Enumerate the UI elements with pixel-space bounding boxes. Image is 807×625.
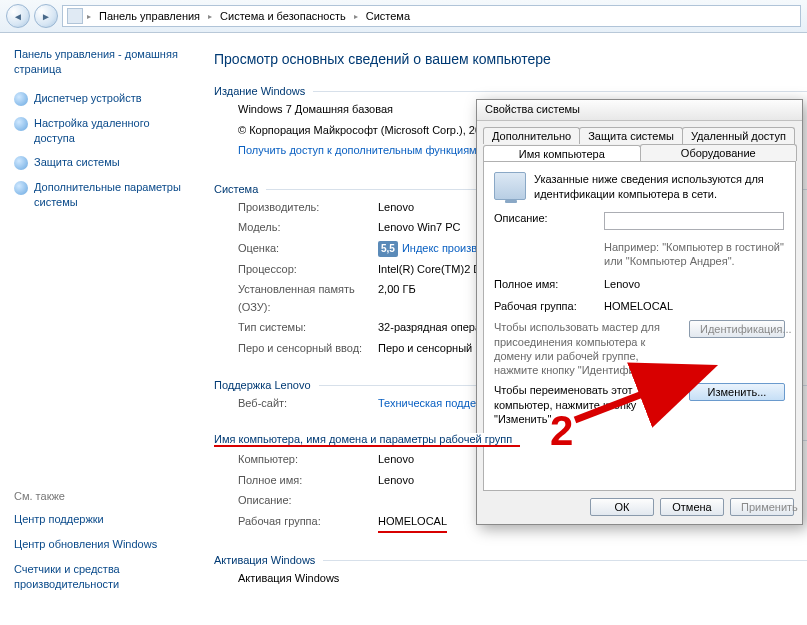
cpu-label: Процессор: xyxy=(238,261,378,279)
section-activation: Активация Windows xyxy=(214,554,787,566)
dialog-workgroup-label: Рабочая группа: xyxy=(494,300,604,312)
see-also-perf-tools[interactable]: Счетчики и средства производительности xyxy=(14,562,190,592)
vendor-label: Производитель: xyxy=(238,199,378,217)
sidebar-item-protection[interactable]: Защита системы xyxy=(14,155,190,170)
windows-edition-name: Windows 7 Домашняя базовая xyxy=(238,101,393,119)
dialog-fullname-value: Lenovo xyxy=(604,278,640,290)
sidebar-item-remote[interactable]: Настройка удаленного доступа xyxy=(14,116,190,146)
computer-icon xyxy=(494,172,526,200)
address-bar: ◄ ► ▸ Панель управления ▸ Система и безо… xyxy=(0,0,807,33)
tab-body-computer-name: Указанные ниже сведения используются для… xyxy=(483,161,796,491)
fullname-label: Полное имя: xyxy=(238,472,378,490)
see-also-heading: См. также xyxy=(14,490,190,502)
dialog-info-text: Указанные ниже сведения используются для… xyxy=(534,172,785,202)
sidebar-home-link[interactable]: Панель управления - домашняя страница xyxy=(14,47,190,77)
shield-icon xyxy=(14,156,28,170)
chevron-right-icon: ▸ xyxy=(208,12,212,21)
tab-protection[interactable]: Защита системы xyxy=(579,127,683,144)
sidebar-item-device-manager[interactable]: Диспетчер устройств xyxy=(14,91,190,106)
computer-label: Компьютер: xyxy=(238,451,378,469)
forward-button[interactable]: ► xyxy=(34,4,58,28)
breadcrumb[interactable]: ▸ Панель управления ▸ Система и безопасн… xyxy=(62,5,801,27)
dialog-title: Свойства системы xyxy=(477,100,802,121)
system-type-label: Тип системы: xyxy=(238,319,378,337)
description-input[interactable] xyxy=(604,212,784,230)
section-windows-edition: Издание Windows xyxy=(214,85,787,97)
vendor-value: Lenovo xyxy=(378,199,414,217)
tab-hardware[interactable]: Оборудование xyxy=(640,144,798,161)
workgroup-label: Рабочая группа: xyxy=(238,513,378,533)
model-value: Lenovo Win7 PC xyxy=(378,219,461,237)
sidebar-item-advanced[interactable]: Дополнительные параметры системы xyxy=(14,180,190,210)
sidebar-item-label: Дополнительные параметры системы xyxy=(34,180,190,210)
description-hint: Например: "Компьютер в гостиной" или "Ко… xyxy=(604,240,784,269)
cancel-button[interactable]: Отмена xyxy=(660,498,724,516)
model-label: Модель: xyxy=(238,219,378,237)
chevron-right-icon: ▸ xyxy=(354,12,358,21)
change-button[interactable]: Изменить... xyxy=(689,383,785,401)
dialog-workgroup-value: HOMELOCAL xyxy=(604,300,673,312)
shield-icon xyxy=(14,181,28,195)
control-panel-icon xyxy=(67,8,83,24)
website-label: Веб-сайт: xyxy=(238,395,378,413)
tab-computer-name[interactable]: Имя компьютера xyxy=(483,145,641,162)
activation-status: Активация Windows xyxy=(238,570,339,588)
identify-hint: Чтобы использовать мастер для присоедине… xyxy=(494,320,681,377)
sidebar: Панель управления - домашняя страница Ди… xyxy=(0,33,200,625)
workgroup-value: HOMELOCAL xyxy=(378,513,447,533)
system-properties-dialog: Свойства системы Дополнительно Защита си… xyxy=(476,99,803,525)
computer-value: Lenovo xyxy=(378,451,414,469)
ram-label: Установленная память (ОЗУ): xyxy=(238,281,378,316)
shield-icon xyxy=(14,117,28,131)
description-label: Описание: xyxy=(238,492,378,510)
dialog-fullname-label: Полное имя: xyxy=(494,278,604,290)
identify-button[interactable]: Идентификация... xyxy=(689,320,785,338)
crumb-category[interactable]: Система и безопасность xyxy=(216,8,350,24)
see-also-windows-update[interactable]: Центр обновления Windows xyxy=(14,537,190,552)
chevron-right-icon: ▸ xyxy=(87,12,91,21)
sidebar-item-label: Защита системы xyxy=(34,155,120,170)
dialog-description-label: Описание: xyxy=(494,212,604,230)
ok-button[interactable]: ОК xyxy=(590,498,654,516)
change-hint: Чтобы переименовать этот компьютер, нажм… xyxy=(494,383,681,426)
tab-advanced[interactable]: Дополнительно xyxy=(483,127,580,144)
rating-badge: 5,5 xyxy=(378,241,398,257)
page-title: Просмотр основных сведений о вашем компь… xyxy=(214,51,787,67)
crumb-root[interactable]: Панель управления xyxy=(95,8,204,24)
sidebar-item-label: Настройка удаленного доступа xyxy=(34,116,190,146)
shield-icon xyxy=(14,92,28,106)
ram-value: 2,00 ГБ xyxy=(378,281,416,316)
tab-remote[interactable]: Удаленный доступ xyxy=(682,127,795,144)
sidebar-item-label: Диспетчер устройств xyxy=(34,91,142,106)
see-also-action-center[interactable]: Центр поддержки xyxy=(14,512,190,527)
crumb-page[interactable]: Система xyxy=(362,8,414,24)
back-button[interactable]: ◄ xyxy=(6,4,30,28)
apply-button[interactable]: Применить xyxy=(730,498,794,516)
fullname-value: Lenovo xyxy=(378,472,414,490)
pen-label: Перо и сенсорный ввод: xyxy=(238,340,378,358)
rating-label: Оценка: xyxy=(238,240,378,258)
